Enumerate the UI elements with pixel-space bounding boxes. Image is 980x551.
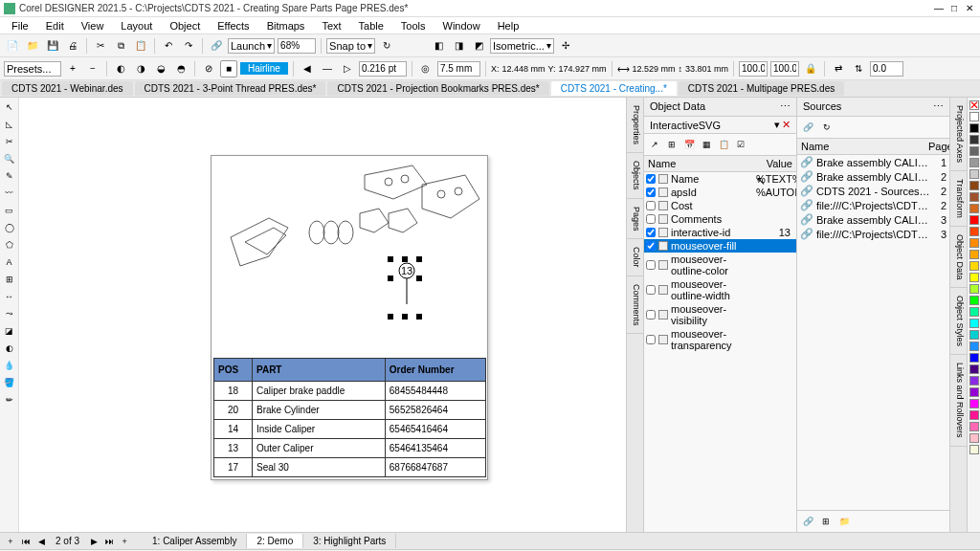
callout1-icon[interactable]: ◐: [112, 60, 129, 77]
parts-table[interactable]: POSPARTOrder Number 18Caliper brake padd…: [213, 358, 486, 477]
od-icon6[interactable]: ☑: [733, 137, 748, 152]
color-swatch[interactable]: [969, 112, 979, 121]
docker-dropdown-icon[interactable]: ▾: [774, 119, 780, 131]
arrow-start-icon[interactable]: ◀: [299, 60, 316, 77]
flip-v-icon[interactable]: ⇅: [850, 60, 867, 77]
color-swatch[interactable]: [969, 181, 979, 190]
menu-help[interactable]: Help: [490, 19, 527, 33]
menu-effects[interactable]: Effects: [210, 19, 256, 33]
color-swatch[interactable]: [969, 353, 979, 363]
lock-ratio-icon[interactable]: 🔒: [802, 60, 819, 77]
src-add-icon[interactable]: 🔗: [800, 120, 815, 135]
launch-combo[interactable]: Launch ▾: [228, 38, 275, 54]
color-swatch[interactable]: [969, 146, 979, 156]
outline-tool-icon[interactable]: ✏: [2, 392, 17, 408]
docker-tab[interactable]: Pages: [627, 199, 643, 240]
objdata-row[interactable]: interactive-id13: [644, 226, 796, 239]
od-icon1[interactable]: ↗: [647, 137, 662, 152]
objdata-row[interactable]: apsId%AUTOID%: [644, 186, 796, 199]
sources-menu-icon[interactable]: ⋯: [933, 100, 944, 113]
flip-h-icon[interactable]: ⇄: [830, 60, 847, 77]
projection-icon[interactable]: ◧: [430, 37, 447, 55]
print-icon[interactable]: 🖨: [64, 37, 81, 55]
menu-bitmaps[interactable]: Bitmaps: [259, 19, 313, 33]
color-swatch[interactable]: [969, 192, 979, 202]
menu-object[interactable]: Object: [162, 19, 208, 33]
color-swatch[interactable]: [969, 204, 979, 213]
menu-table[interactable]: Table: [351, 19, 391, 33]
color-swatch[interactable]: [969, 284, 979, 294]
source-row[interactable]: 🔗Brake assembly CALIPER LIST.xls1: [797, 155, 949, 169]
src-refresh-icon[interactable]: ↻: [819, 120, 835, 135]
transparency-tool-icon[interactable]: ◐: [2, 341, 17, 356]
table-row[interactable]: 20Brake Cylinder56525826464: [214, 401, 486, 420]
color-swatch[interactable]: [969, 250, 979, 259]
color-swatch[interactable]: [969, 376, 979, 386]
color-swatch[interactable]: [969, 307, 979, 317]
zoom-tool-icon[interactable]: 🔍: [2, 151, 17, 166]
next-page-icon[interactable]: ▶: [87, 535, 100, 548]
add-preset-icon[interactable]: +: [64, 60, 81, 77]
halo-icon[interactable]: ◎: [417, 60, 434, 77]
last-page-icon[interactable]: ⏭: [102, 535, 116, 548]
docker-tab[interactable]: Comments: [627, 276, 643, 335]
document-tab[interactable]: CDTS 2021 - Webinar.des: [2, 81, 133, 96]
connector-tool-icon[interactable]: ⤳: [2, 306, 17, 321]
copy-icon[interactable]: ⧉: [112, 37, 129, 55]
artistic-tool-icon[interactable]: 〰: [2, 186, 17, 201]
objdata-row[interactable]: mouseover-outline-width: [644, 277, 796, 302]
color-swatch[interactable]: [969, 158, 979, 167]
save-icon[interactable]: 💾: [44, 37, 61, 55]
projection2-icon[interactable]: ◨: [450, 37, 467, 55]
ellipse-tool-icon[interactable]: ◯: [2, 220, 17, 235]
first-page-icon[interactable]: ⏮: [19, 535, 33, 548]
table-tool-icon[interactable]: ⊞: [2, 272, 17, 287]
menu-layout[interactable]: Layout: [113, 19, 160, 33]
color-swatch[interactable]: [969, 387, 979, 397]
undo-icon[interactable]: ↶: [160, 37, 177, 55]
crop-tool-icon[interactable]: ✂: [2, 134, 17, 149]
docker-tab[interactable]: Object Data: [950, 227, 967, 289]
add-page-after-icon[interactable]: +: [118, 535, 131, 548]
rectangle-tool-icon[interactable]: ▭: [2, 203, 17, 218]
docker-tab[interactable]: Links and Rollovers: [950, 355, 967, 447]
source-row[interactable]: 🔗Brake assembly CALIPER LIST.xls3: [797, 212, 949, 227]
od-icon3[interactable]: 📅: [681, 137, 697, 152]
halo-width-input[interactable]: [437, 61, 480, 77]
docker-tab[interactable]: Object Styles: [950, 288, 967, 355]
polygon-tool-icon[interactable]: ⬠: [2, 237, 17, 253]
src-tool3-icon[interactable]: 📁: [836, 514, 852, 529]
color-swatch[interactable]: [969, 238, 979, 248]
color-swatch[interactable]: [969, 433, 979, 443]
menu-file[interactable]: File: [4, 19, 36, 33]
docker-close-icon[interactable]: ✕: [782, 119, 791, 131]
objdata-row[interactable]: mouseover-fill: [644, 239, 796, 253]
objdata-row[interactable]: Cost: [644, 199, 796, 212]
document-tab[interactable]: CDTS 2021 - 3-Point Thread PRES.des*: [135, 81, 326, 96]
minimize-button[interactable]: —: [932, 3, 946, 14]
page-tab[interactable]: 3: Highlight Parts: [303, 534, 396, 548]
projection3-icon[interactable]: ◩: [470, 37, 487, 55]
maximize-button[interactable]: □: [947, 3, 961, 14]
document-tab[interactable]: CDTS 2021 - Multipage PRES.des: [679, 81, 844, 96]
close-button[interactable]: ✕: [963, 3, 976, 14]
od-icon2[interactable]: ⊞: [664, 137, 679, 152]
objdata-row[interactable]: Name%TEXT%: [644, 172, 796, 186]
color-swatch[interactable]: [969, 135, 979, 144]
src-tool1-icon[interactable]: 🔗: [800, 514, 815, 529]
add-page-icon[interactable]: +: [4, 535, 17, 548]
table-row[interactable]: 18Caliper brake paddle68455484448: [214, 382, 486, 401]
page-tab[interactable]: 2: Demo: [247, 534, 303, 548]
source-row[interactable]: 🔗CDTS 2021 - Sources Docker PRES....2: [797, 184, 949, 198]
drawing-canvas[interactable]: 13 POSPARTOrder Number 18Caliper brake p…: [19, 98, 626, 532]
callout2-icon[interactable]: ◑: [132, 60, 149, 77]
prev-page-icon[interactable]: ◀: [34, 535, 48, 548]
menu-tools[interactable]: Tools: [393, 19, 434, 33]
callout4-icon[interactable]: ◓: [172, 60, 189, 77]
paste-icon[interactable]: 📋: [132, 37, 149, 55]
color-swatch[interactable]: [969, 410, 979, 420]
document-tab[interactable]: CDTS 2021 - Creating...*: [551, 81, 677, 96]
zoom-input[interactable]: [278, 38, 316, 54]
presets-combo[interactable]: Presets...: [4, 61, 61, 77]
refresh-icon[interactable]: ↻: [378, 37, 395, 55]
